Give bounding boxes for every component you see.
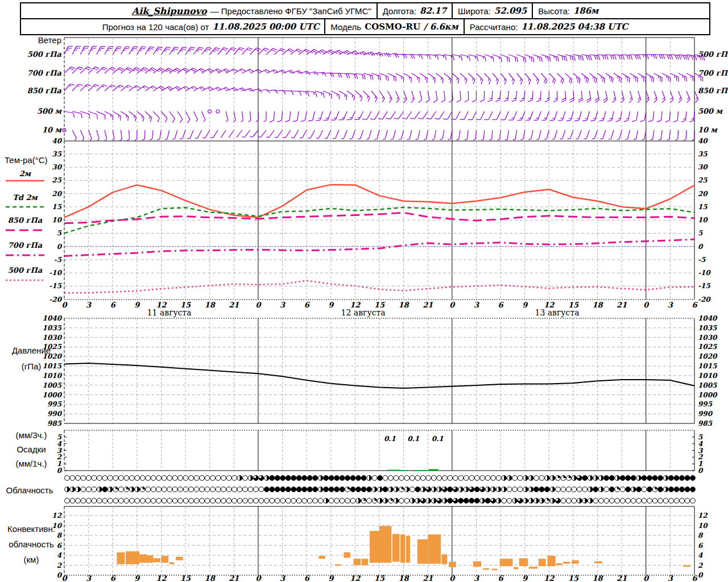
svg-text:1040: 1040: [43, 314, 63, 322]
conv-cloud-bar: [417, 539, 428, 564]
svg-text:0: 0: [698, 571, 704, 579]
forecast-header: Aik_Shipunovo — Предоставлено ФГБУ "ЗапС…: [20, 2, 710, 35]
conv-cloud-bar: [594, 562, 602, 564]
svg-text:-15: -15: [698, 282, 710, 290]
svg-text:30: 30: [52, 163, 62, 171]
precip-panel: 001122334455(мм/3ч.)Осадки(мм/1ч.)0.10.1…: [15, 430, 704, 475]
svg-text:12: 12: [544, 574, 555, 582]
svg-text:(км): (км): [24, 555, 39, 564]
svg-text:6: 6: [498, 301, 504, 309]
svg-text:1020: 1020: [698, 352, 718, 360]
conv-cloud-bar: [539, 559, 546, 566]
svg-text:10: 10: [698, 216, 708, 224]
header-row-station: Aik_Shipunovo — Предоставлено ФГБУ "ЗапС…: [21, 3, 709, 18]
conv-cloud-bar: [362, 559, 368, 565]
svg-text:21: 21: [229, 574, 239, 582]
svg-text:30: 30: [698, 163, 708, 171]
conv-cloud-bar: [483, 568, 489, 570]
svg-text:-10: -10: [698, 269, 711, 277]
temp-legend: Тем-ра(°C)2мTd 2м850 гПа700 гПа500 гПа: [5, 155, 47, 280]
svg-text:-20: -20: [49, 296, 62, 304]
svg-text:12: 12: [698, 512, 708, 519]
cloud-panel-title: Облачность: [6, 485, 53, 495]
svg-text:2м: 2м: [19, 169, 32, 178]
svg-text:3: 3: [668, 301, 673, 309]
svg-text:12: 12: [156, 574, 167, 582]
svg-text:(мм/3ч.): (мм/3ч.): [15, 430, 47, 440]
pressure-panel-title: Давление: [12, 346, 51, 355]
svg-text:-10: -10: [49, 269, 62, 277]
svg-text:18: 18: [205, 574, 216, 582]
svg-text:0: 0: [643, 301, 650, 309]
svg-text:35: 35: [52, 150, 61, 158]
svg-text:15: 15: [180, 574, 191, 582]
svg-text:9: 9: [522, 574, 528, 582]
svg-text:0: 0: [643, 574, 650, 582]
svg-text:21: 21: [617, 574, 627, 582]
svg-text:1025: 1025: [698, 343, 717, 351]
precip-amount-label: 0.1: [384, 435, 396, 443]
provider-text: — Предоставлено ФГБУ "ЗапСиб УГМС": [210, 6, 371, 16]
model-label: Модель: [330, 22, 361, 32]
conv-cloud-bar: [335, 564, 341, 566]
svg-text:6: 6: [110, 574, 117, 582]
svg-text:9: 9: [134, 301, 140, 309]
conv-cloud-bar: [370, 531, 379, 563]
conv-cloud-bar: [379, 526, 391, 563]
conv-cloud-bar: [354, 559, 361, 565]
conv-cloud-bar: [529, 567, 538, 569]
svg-text:2: 2: [698, 562, 704, 569]
svg-text:850 гПа: 850 гПа: [8, 216, 43, 225]
cloud-row-1: [65, 476, 696, 481]
conv-cloud-bar: [683, 566, 690, 567]
latitude-label: Широта:: [458, 6, 491, 16]
conv-panel: 002244668810101212Конвективн.облачность(…: [7, 506, 708, 582]
svg-text:3: 3: [668, 574, 673, 582]
svg-text:21: 21: [423, 574, 433, 582]
svg-text:1000: 1000: [698, 391, 718, 399]
svg-text:5: 5: [698, 433, 703, 441]
svg-text:21: 21: [617, 301, 627, 309]
separator: [324, 19, 325, 34]
temp-panel-title: Тем-ра(°C): [5, 155, 47, 165]
svg-text:3: 3: [280, 574, 286, 582]
svg-text:18: 18: [592, 574, 603, 582]
svg-text:700 гПа: 700 гПа: [8, 241, 43, 250]
svg-text:1015: 1015: [698, 362, 717, 370]
precip-bar: [387, 469, 399, 471]
svg-text:9: 9: [522, 301, 528, 309]
svg-text:10 м: 10 м: [42, 126, 63, 134]
conv-cloud-bar: [318, 556, 325, 559]
precip-bar: [424, 470, 429, 471]
longitude-label: Долгота:: [383, 6, 416, 16]
svg-text:1035: 1035: [698, 324, 717, 332]
conv-cloud-bar: [392, 534, 400, 562]
cloud-row-3: [65, 498, 696, 504]
svg-text:4: 4: [57, 551, 62, 559]
svg-text:1010: 1010: [698, 372, 718, 380]
conv-cloud-bar: [428, 534, 441, 564]
svg-text:18: 18: [592, 301, 603, 309]
svg-text:8: 8: [698, 531, 704, 539]
conv-cloud-bar: [491, 569, 497, 571]
svg-text:5: 5: [698, 229, 703, 237]
svg-text:2: 2: [57, 562, 63, 569]
conv-cloud-bar: [117, 552, 125, 564]
svg-text:12: 12: [350, 574, 361, 582]
svg-text:3: 3: [280, 301, 286, 309]
svg-text:0: 0: [449, 301, 456, 309]
svg-text:700 гПа: 700 гПа: [698, 69, 728, 77]
wind-barbs: [63, 46, 705, 140]
conv-cloud-bar: [406, 536, 410, 563]
svg-text:0: 0: [449, 574, 456, 582]
meteogram-chart: Ветер500 гПа500 гПа700 гПа700 гПа850 гПа…: [0, 0, 728, 582]
svg-text:1010: 1010: [43, 372, 63, 380]
precip-amount-label: 0.1: [432, 435, 444, 443]
temp-panel: -20-20-15-15-10-10-5-5005510101515202025…: [49, 137, 711, 304]
separator: [532, 3, 533, 18]
svg-text:9: 9: [328, 301, 334, 309]
day-label: 13 августа: [535, 308, 580, 317]
svg-text:облачность: облачность: [9, 539, 54, 549]
forecast-label: Прогноз на 120 часа(ов) от: [102, 22, 209, 32]
svg-text:500 гПа: 500 гПа: [8, 266, 43, 275]
